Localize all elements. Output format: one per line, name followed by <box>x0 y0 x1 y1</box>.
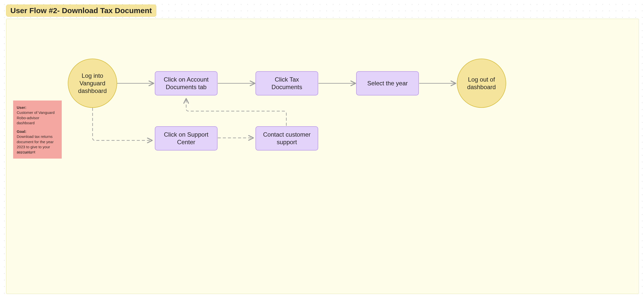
node-step3-label: Select the year <box>367 80 408 87</box>
node-step3[interactable]: Select the year <box>356 71 419 95</box>
node-start[interactable]: Log into Vanguard dashboard <box>68 59 117 108</box>
sticky-author: Ikra Javed <box>17 151 32 155</box>
frame-title[interactable]: User Flow #2- Download Tax Document <box>6 5 156 17</box>
node-end-label: Log out of dashboard <box>460 76 503 91</box>
node-start-label: Log into Vanguard dashboard <box>71 72 114 95</box>
node-end[interactable]: Log out of dashboard <box>457 59 506 108</box>
node-step1-label: Click on Account Documents tab <box>159 76 213 91</box>
node-step1[interactable]: Click on Account Documents tab <box>155 71 218 95</box>
sticky-note[interactable]: User: Customer of Vanguard Robo-advisor … <box>13 101 62 159</box>
node-alt1-label: Click on Support Center <box>159 131 213 146</box>
node-alt2-label: Contact customer support <box>260 131 314 146</box>
sticky-user-text: Customer of Vanguard Robo-advisor dashbo… <box>17 110 55 125</box>
node-step2-label: Click Tax Documents <box>260 76 314 91</box>
node-alt1[interactable]: Click on Support Center <box>155 126 218 151</box>
node-alt2[interactable]: Contact customer support <box>255 126 318 151</box>
node-step2[interactable]: Click Tax Documents <box>255 71 318 95</box>
sticky-goal-label: Goal: <box>17 129 26 134</box>
sticky-user-label: User: <box>17 105 26 110</box>
